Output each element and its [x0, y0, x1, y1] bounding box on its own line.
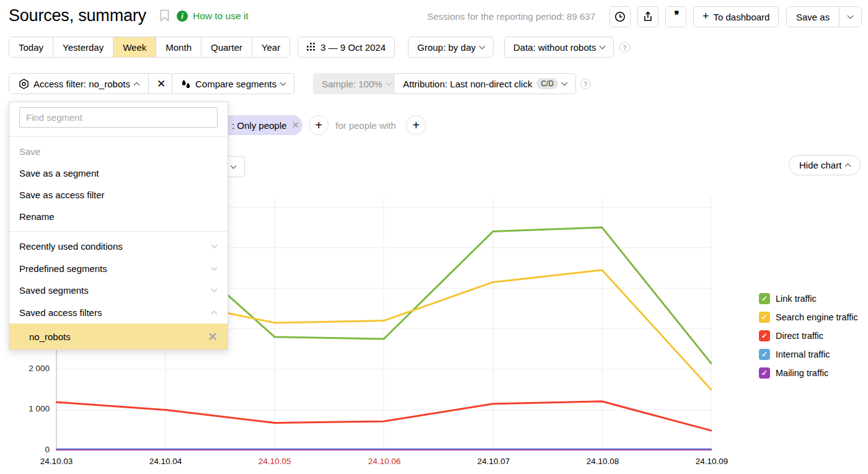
legend-item-direct-traffic[interactable]: ✓ Direct traffic	[759, 330, 823, 341]
delete-filter-icon[interactable]: ✕	[208, 330, 218, 344]
checkbox-checked-icon[interactable]: ✓	[759, 293, 770, 304]
legend-item-link-traffic[interactable]: ✓ Link traffic	[759, 293, 817, 304]
access-filter-dropdown[interactable]: Access filter: no_robots	[9, 74, 148, 94]
add-people-condition-button[interactable]: +	[406, 115, 426, 135]
chevron-down-icon	[848, 12, 854, 19]
chevron-down-icon	[280, 79, 286, 86]
chevron-up-icon	[133, 82, 140, 88]
droplets-icon	[181, 79, 191, 89]
y-tick: 0	[11, 445, 50, 454]
bookmark-icon[interactable]	[160, 9, 169, 22]
menu-item-save[interactable]: Save	[9, 141, 228, 162]
comments-button[interactable]: ❜❜	[665, 6, 686, 27]
chevron-down-icon	[211, 286, 218, 292]
chevron-down-icon	[231, 162, 237, 169]
menu-item-save-as-access-filter[interactable]: Save as access filter	[9, 184, 228, 206]
help-icon[interactable]: ?	[619, 42, 630, 53]
export-icon	[642, 11, 653, 22]
chip-remove-icon[interactable]: ✕	[291, 120, 299, 131]
help-icon[interactable]: ?	[580, 79, 591, 89]
attribution-badge: C/D	[536, 78, 558, 89]
section-recently-used-conditions[interactable]: Recently used conditions	[9, 235, 228, 258]
access-filter-clear-button[interactable]: ✕	[148, 74, 174, 94]
legend-item-search-engine-traffic[interactable]: ✓ Search engine traffic	[759, 312, 858, 323]
period-tab-year[interactable]: Year	[252, 37, 290, 57]
compare-segments-dropdown[interactable]: Compare segments	[172, 73, 294, 94]
save-as-menu-button[interactable]	[839, 7, 861, 27]
info-icon: i	[177, 11, 188, 22]
checkbox-checked-icon[interactable]: ✓	[759, 367, 770, 379]
clock-icon	[614, 11, 626, 22]
section-saved-access-filters[interactable]: Saved access filters	[9, 302, 228, 324]
legend-item-mailing-traffic[interactable]: ✓ Mailing traffic	[759, 367, 828, 379]
period-tab-week[interactable]: Week	[113, 37, 156, 57]
data-mode-dropdown[interactable]: Data: without robots	[504, 37, 614, 58]
sessions-summary-text: Sessions for the reporting period: 89 63…	[366, 11, 595, 22]
chevron-down-icon	[562, 79, 568, 86]
menu-item-save-as-segment[interactable]: Save as a segment	[9, 162, 228, 184]
checkbox-checked-icon[interactable]: ✓	[759, 349, 770, 360]
sample-dropdown[interactable]: Sample: 100%	[313, 73, 400, 94]
x-tick: 24.10.03	[29, 457, 84, 466]
to-dashboard-button[interactable]: + To dashboard	[693, 6, 779, 27]
segment-filter-icon	[19, 79, 29, 89]
segment-dropdown-panel: Save Save as a segment Save as access fi…	[9, 102, 228, 350]
y-tick: 1 000	[11, 404, 50, 413]
period-tab-month[interactable]: Month	[156, 37, 201, 57]
chevron-up-icon	[211, 310, 218, 317]
period-tab-today[interactable]: Today	[9, 37, 53, 57]
history-button[interactable]	[609, 6, 631, 27]
find-segment-input[interactable]	[19, 107, 218, 128]
for-people-with-label: for people with	[335, 120, 396, 131]
group-by-dropdown[interactable]: Group: by day	[408, 37, 494, 58]
chevron-up-icon	[845, 164, 851, 170]
date-range-button[interactable]: 3 — 9 Oct 2024	[298, 37, 395, 58]
hide-chart-button[interactable]: Hide chart	[789, 155, 861, 175]
x-tick: 24.10.08	[575, 457, 631, 466]
how-to-use-link[interactable]: How to use it	[193, 11, 249, 22]
save-as-split-button[interactable]: Save as	[786, 6, 862, 27]
checkbox-checked-icon[interactable]: ✓	[759, 312, 770, 323]
access-filter-control: Access filter: no_robots ✕	[9, 73, 174, 94]
menu-item-rename[interactable]: Rename	[9, 206, 228, 227]
page-title: Sources, summary	[9, 6, 146, 25]
x-tick: 24.10.04	[138, 457, 193, 466]
chevron-down-icon	[211, 264, 218, 270]
calendar-grid-icon	[307, 43, 316, 52]
x-tick: 24.10.05	[247, 457, 303, 466]
chevron-down-icon	[386, 79, 392, 86]
period-tab-quarter[interactable]: Quarter	[201, 37, 252, 57]
chevron-down-icon	[600, 43, 606, 49]
chevron-down-icon	[479, 43, 485, 49]
x-tick: 24.10.07	[466, 457, 521, 466]
legend-item-internal-traffic[interactable]: ✓ Internal traffic	[759, 349, 830, 360]
x-tick: 24.10.06	[356, 457, 412, 466]
export-button[interactable]	[637, 6, 658, 27]
period-tabs: Today Yesterday Week Month Quarter Year	[9, 37, 290, 58]
x-tick: 24.10.09	[684, 457, 740, 466]
checkbox-checked-icon[interactable]: ✓	[759, 330, 770, 341]
section-saved-segments[interactable]: Saved segments	[9, 279, 228, 302]
save-as-button[interactable]: Save as	[787, 7, 839, 27]
plus-icon: +	[702, 10, 709, 23]
attribution-dropdown[interactable]: Attribution: Last non-direct click C/D	[394, 73, 576, 94]
section-predefined-segments[interactable]: Predefined segments	[9, 258, 228, 280]
add-segment-condition-button[interactable]: +	[309, 115, 329, 135]
chevron-down-icon	[211, 242, 218, 248]
y-tick: 2 000	[11, 364, 50, 373]
saved-filter-no-robots[interactable]: no_robots ✕	[9, 323, 228, 349]
quotes-icon: ❜❜	[675, 10, 678, 24]
period-tab-yesterday[interactable]: Yesterday	[53, 37, 113, 57]
